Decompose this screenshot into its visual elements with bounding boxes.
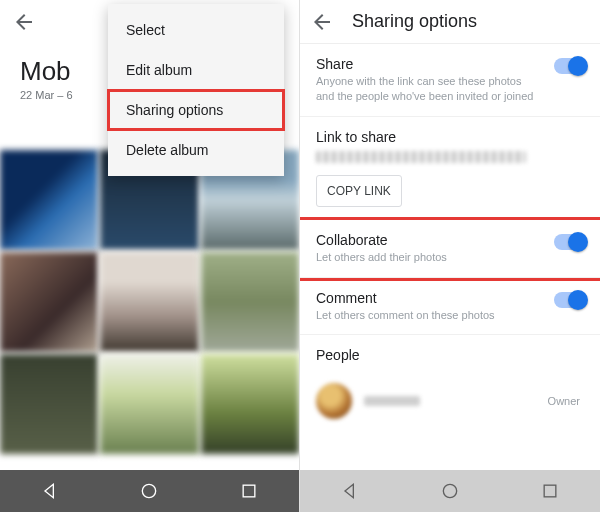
nav-recents-icon[interactable] (239, 481, 259, 501)
person-name (364, 396, 420, 406)
photo-grid (0, 150, 299, 470)
menu-item-edit-album[interactable]: Edit album (108, 50, 284, 90)
people-section: People (300, 335, 600, 375)
sharing-header: Sharing options (300, 0, 600, 44)
svg-point-0 (143, 484, 156, 497)
collaborate-subtitle: Let others add their photos (316, 250, 584, 265)
owner-label: Owner (548, 395, 584, 407)
page-title: Sharing options (352, 11, 477, 32)
menu-item-select[interactable]: Select (108, 10, 284, 50)
comment-subtitle: Let others comment on these photos (316, 308, 584, 323)
photo-thumb[interactable] (201, 252, 299, 352)
photo-thumb[interactable] (201, 354, 299, 454)
nav-recents-icon[interactable] (540, 481, 560, 501)
comment-toggle[interactable] (554, 292, 586, 308)
photo-thumb[interactable] (100, 252, 198, 352)
menu-item-sharing-options[interactable]: Sharing options (108, 90, 284, 130)
collaborate-title: Collaborate (316, 232, 584, 248)
nav-back-icon[interactable] (40, 481, 60, 501)
album-screen: Mob 22 Mar – 6 Select Edit album Sharing… (0, 0, 300, 512)
link-section: Link to share COPY LINK (300, 117, 600, 220)
collaborate-section: Collaborate Let others add their photos (300, 220, 600, 278)
share-title: Share (316, 56, 584, 72)
people-row: Owner (300, 375, 600, 419)
svg-rect-3 (544, 485, 556, 497)
comment-title: Comment (316, 290, 584, 306)
link-title: Link to share (316, 129, 584, 145)
nav-back-icon[interactable] (340, 481, 360, 501)
menu-item-delete-album[interactable]: Delete album (108, 130, 284, 170)
back-arrow-icon[interactable] (310, 10, 334, 34)
nav-home-icon[interactable] (139, 481, 159, 501)
collaborate-toggle[interactable] (554, 234, 586, 250)
back-arrow-icon[interactable] (12, 10, 36, 34)
share-toggle[interactable] (554, 58, 586, 74)
photo-thumb[interactable] (0, 150, 98, 250)
comment-section: Comment Let others comment on these phot… (300, 278, 600, 336)
people-title: People (316, 347, 584, 363)
nav-home-icon[interactable] (440, 481, 460, 501)
share-subtitle: Anyone with the link can see these photo… (316, 74, 584, 104)
sharing-options-screen: Sharing options Share Anyone with the li… (300, 0, 600, 512)
overflow-menu: Select Edit album Sharing options Delete… (108, 4, 284, 176)
photo-thumb[interactable] (0, 354, 98, 454)
android-nav-bar (0, 470, 299, 512)
svg-point-2 (443, 484, 456, 497)
photo-thumb[interactable] (0, 252, 98, 352)
android-nav-bar (300, 470, 600, 512)
share-link-value (316, 151, 526, 163)
avatar[interactable] (316, 383, 352, 419)
photo-thumb[interactable] (100, 354, 198, 454)
svg-rect-1 (243, 485, 255, 497)
copy-link-button[interactable]: COPY LINK (316, 175, 402, 207)
share-section: Share Anyone with the link can see these… (300, 44, 600, 117)
